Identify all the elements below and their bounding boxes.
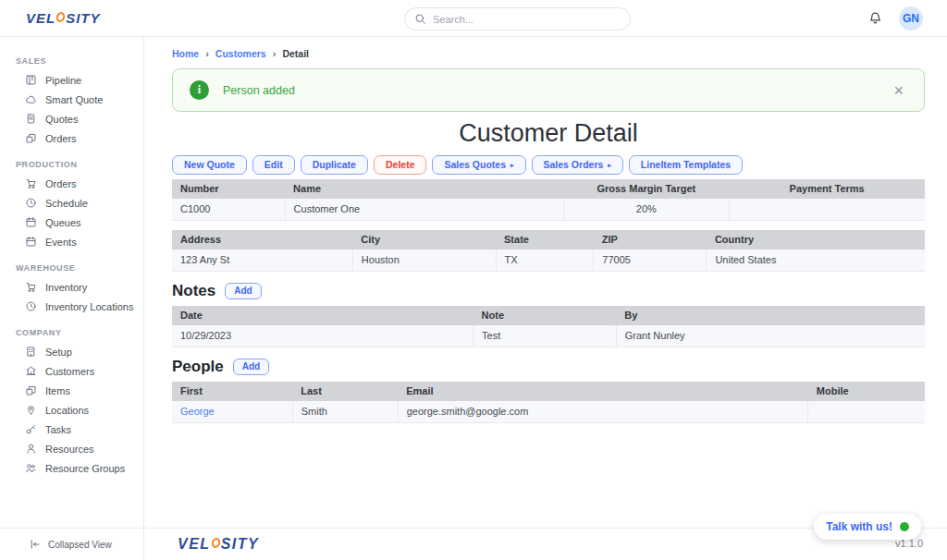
cell-address: 123 Any St (172, 250, 352, 272)
brand-logo[interactable]: VELSITY (26, 10, 101, 26)
breadcrumb: Home › Customers › Detail (172, 48, 925, 59)
sidebar-section-warehouse: WAREHOUSE (16, 263, 143, 273)
notifications-bell-icon[interactable] (868, 11, 882, 25)
sidebar-item-inventory-locations[interactable]: Inventory Locations (0, 297, 143, 316)
cell-city: Houston (352, 250, 496, 272)
col-number: Number (172, 179, 285, 199)
table-row: 10/29/2023 Test Grant Nunley (172, 325, 925, 347)
sidebar-item-label: Resource Groups (45, 463, 125, 474)
add-note-button[interactable]: Add (225, 283, 261, 299)
app-window: VELSITY GN SALES Pipeline Smart Quote (0, 0, 947, 560)
avatar[interactable]: GN (899, 6, 923, 30)
sidebar-item-inventory[interactable]: Inventory (0, 277, 143, 297)
cell-gross-margin-target: 20% (563, 199, 729, 221)
cell-last: Smith (292, 401, 398, 423)
boxes-icon (25, 384, 37, 396)
sidebar-item-resource-groups[interactable]: Resource Groups (0, 458, 143, 478)
cell-first: George (172, 401, 292, 423)
col-city: City (352, 230, 496, 250)
cell-mobile (808, 401, 925, 423)
sidebar-section-company: COMPANY (16, 328, 143, 337)
person-icon (25, 443, 37, 455)
collapse-view-toggle[interactable]: Collapsed View (0, 529, 144, 560)
clock-icon (25, 300, 37, 312)
col-zip: ZIP (594, 230, 707, 250)
new-quote-button[interactable]: New Quote (172, 155, 247, 175)
people-icon (25, 462, 37, 474)
bank-icon (25, 365, 37, 377)
sales-orders-dropdown-button[interactable]: Sales Orders▸ (532, 155, 623, 175)
brand-o-icon (55, 10, 66, 23)
sidebar-item-pipeline[interactable]: Pipeline (0, 70, 143, 90)
cell-name: Customer One (285, 199, 563, 221)
search-icon (414, 13, 426, 25)
table-header-row: Number Name Gross Margin Target Payment … (172, 179, 925, 199)
cart-icon (25, 281, 37, 293)
sidebar-item-label: Locations (45, 405, 89, 416)
table-header-row: Address City State ZIP Country (172, 230, 925, 250)
pin-icon (25, 404, 37, 416)
close-icon[interactable]: × (890, 82, 907, 99)
search-input[interactable] (433, 14, 621, 25)
col-payment-terms: Payment Terms (729, 179, 925, 199)
sidebar-item-schedule[interactable]: Schedule (0, 193, 143, 213)
breadcrumb-home[interactable]: Home (172, 48, 199, 59)
address-table: Address City State ZIP Country 123 Any S… (172, 230, 925, 272)
collapse-label: Collapsed View (48, 540, 112, 550)
sidebar-item-label: Pipeline (45, 75, 81, 86)
cell-note: Test (474, 325, 617, 347)
col-mobile: Mobile (808, 382, 925, 401)
document-icon (25, 113, 37, 125)
sidebar-item-items[interactable]: Items (0, 381, 143, 400)
sidebar-item-tasks[interactable]: Tasks (0, 420, 143, 439)
edit-button[interactable]: Edit (252, 155, 295, 175)
sidebar-item-label: Smart Quote (45, 94, 103, 105)
cell-email: george.smith@google.com (398, 401, 808, 423)
sales-quotes-dropdown-button[interactable]: Sales Quotes▸ (432, 155, 525, 175)
cell-by: Grant Nunley (616, 325, 925, 347)
sidebar-item-label: Events (45, 237, 77, 248)
clock-icon (25, 197, 37, 209)
col-state: State (496, 230, 594, 250)
col-email: Email (398, 382, 808, 401)
col-note: Note (474, 306, 617, 325)
sidebar-item-resources[interactable]: Resources (0, 439, 143, 458)
delete-button[interactable]: Delete (374, 155, 427, 175)
col-name: Name (285, 179, 563, 199)
breadcrumb-customers[interactable]: Customers (215, 48, 266, 59)
sidebar-item-queues[interactable]: Queues (0, 213, 143, 232)
sidebar-item-locations[interactable]: Locations (0, 400, 143, 420)
person-link[interactable]: George (180, 406, 215, 417)
sidebar-item-events[interactable]: Events (0, 232, 143, 251)
table-row: C1000 Customer One 20% (172, 199, 925, 221)
chat-label: Talk with us! (826, 520, 892, 533)
chat-widget-button[interactable]: Talk with us! (814, 514, 921, 540)
sidebar-item-label: Orders (45, 133, 77, 144)
online-status-dot-icon (900, 522, 909, 531)
col-first: First (172, 382, 292, 401)
sidebar-item-setup[interactable]: Setup (0, 342, 143, 361)
action-toolbar: New Quote Edit Duplicate Delete Sales Qu… (172, 155, 925, 175)
sidebar-item-smart-quote[interactable]: Smart Quote (0, 90, 143, 109)
search-box[interactable] (404, 7, 631, 30)
table-row: George Smith george.smith@google.com (172, 401, 925, 423)
sidebar-item-quotes[interactable]: Quotes (0, 109, 143, 128)
brand-o-icon (210, 537, 221, 550)
sidebar-item-production-orders[interactable]: Orders (0, 174, 143, 193)
col-by: By (616, 306, 925, 325)
duplicate-button[interactable]: Duplicate (301, 155, 368, 175)
sidebar-item-label: Queues (45, 217, 81, 228)
add-person-button[interactable]: Add (233, 359, 269, 375)
cloud-icon (25, 93, 37, 105)
calendar-icon (25, 216, 37, 228)
sidebar-item-customers[interactable]: Customers (0, 361, 143, 381)
topbar: VELSITY GN (0, 0, 947, 37)
sidebar-section-production: PRODUCTION (16, 160, 143, 169)
building-icon (25, 346, 37, 358)
lineitem-templates-button[interactable]: LineItem Templates (629, 155, 743, 175)
chevron-right-icon: › (273, 48, 277, 59)
cell-date: 10/29/2023 (172, 325, 474, 347)
breadcrumb-current: Detail (282, 48, 309, 59)
sidebar-item-label: Setup (45, 347, 72, 358)
sidebar-item-sales-orders[interactable]: Orders (0, 128, 143, 148)
